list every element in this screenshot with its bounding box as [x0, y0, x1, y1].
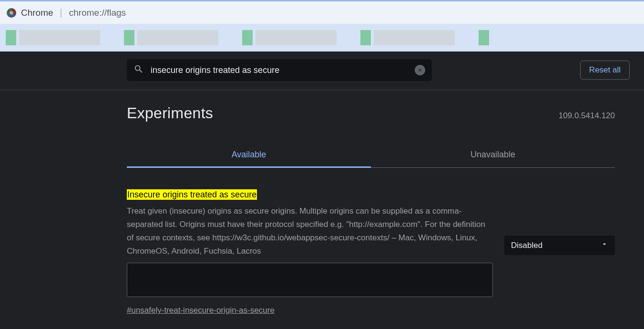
address-url[interactable]: chrome://flags — [69, 8, 126, 18]
tab-unavailable[interactable]: Unavailable — [371, 143, 615, 167]
search-field-wrap — [127, 59, 432, 81]
flag-title: Insecure origins treated as secure — [127, 189, 257, 200]
flag-description: Treat given (insecure) origins as secure… — [127, 205, 493, 258]
tab-available[interactable]: Available — [127, 143, 371, 167]
search-icon — [133, 64, 144, 76]
chrome-icon — [7, 8, 16, 18]
search-input[interactable] — [151, 65, 408, 75]
page-title: Experiments — [127, 104, 213, 122]
chevron-down-icon — [601, 240, 608, 250]
browser-address-bar: Chrome | chrome://flags — [0, 0, 644, 24]
flag-anchor-link[interactable]: #unsafely-treat-insecure-origin-as-secur… — [127, 306, 275, 315]
flag-state-select[interactable]: Disabled — [504, 236, 615, 255]
bookmarks-bar — [0, 24, 644, 51]
app-name: Chrome — [21, 8, 53, 18]
flag-item: Insecure origins treated as secure Treat… — [127, 190, 615, 315]
flag-state-value: Disabled — [511, 241, 542, 250]
version-label: 109.0.5414.120 — [559, 111, 615, 121]
flag-origins-input[interactable] — [127, 263, 493, 297]
flags-toolbar: Reset all — [0, 51, 644, 90]
tabs: Available Unavailable — [127, 143, 615, 168]
reset-all-button[interactable]: Reset all — [580, 61, 630, 80]
clear-search-button[interactable] — [415, 65, 425, 75]
separator: | — [60, 7, 62, 18]
